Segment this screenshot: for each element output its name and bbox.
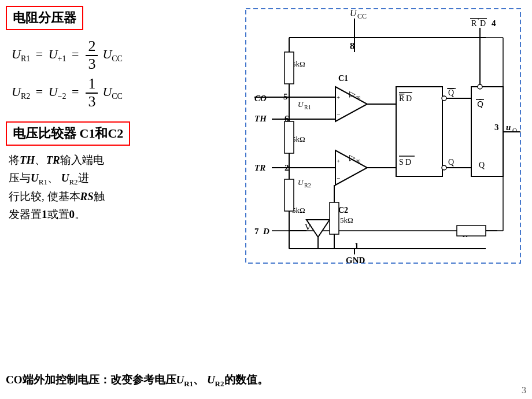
svg-text:TR: TR — [254, 163, 265, 172]
svg-text:C2: C2 — [338, 206, 348, 215]
svg-text:D: D — [406, 94, 412, 103]
svg-rect-45 — [285, 179, 294, 211]
svg-text:∞: ∞ — [356, 157, 361, 165]
svg-text:R: R — [471, 19, 477, 28]
svg-text:5kΩ: 5kΩ — [340, 216, 353, 224]
formula2-numerator: 1 — [86, 76, 98, 94]
circuit-diagram: U CC 8 5kΩ CO 5 U R1 TH 6 C1 + — [243, 6, 526, 272]
formula2-denominator: 3 — [86, 94, 98, 110]
svg-rect-105 — [330, 202, 339, 234]
formula1: UR1 = U+1 = 2 3 UCC — [12, 38, 226, 72]
left-panel: 电阻分压器 UR1 = U+1 = 2 3 UCC UR2 = U−2 = 1 … — [6, 6, 226, 223]
box1-label: 电阻分压器 — [6, 6, 83, 30]
svg-text:CO: CO — [254, 94, 267, 103]
svg-text:+: + — [337, 157, 340, 164]
svg-text:7: 7 — [254, 227, 259, 236]
formula2-lhs: UR2 = U−2 = — [12, 84, 81, 101]
svg-text:GND: GND — [346, 256, 365, 265]
svg-rect-80 — [457, 226, 486, 236]
svg-text:': ' — [478, 17, 479, 25]
svg-text:−: − — [337, 175, 340, 182]
formula1-lhs: UR1 = U+1 = — [12, 47, 81, 64]
svg-text:8: 8 — [350, 41, 354, 51]
svg-point-60 — [442, 165, 446, 170]
bottom-text: CO端外加控制电压：改变参考电压UR1、 UR2的数值。 — [6, 372, 268, 389]
svg-text:U: U — [298, 100, 304, 109]
formula2: UR2 = U−2 = 1 3 UCC — [12, 76, 226, 110]
svg-text:R: R — [399, 94, 405, 103]
formula2-fraction: 1 3 — [86, 76, 98, 110]
svg-rect-9 — [285, 52, 294, 84]
svg-text:O: O — [512, 127, 517, 134]
svg-text:D: D — [405, 158, 411, 167]
svg-text:TH: TH — [254, 114, 267, 123]
svg-point-74 — [478, 84, 482, 89]
formula1-denominator: 3 — [86, 56, 98, 73]
svg-text:▷: ▷ — [349, 90, 356, 98]
svg-text:Q: Q — [448, 88, 454, 97]
svg-text:3: 3 — [494, 123, 499, 132]
svg-text:∞: ∞ — [356, 93, 361, 101]
svg-text:u: u — [506, 123, 511, 132]
formula1-fraction: 2 3 — [86, 38, 98, 72]
svg-text:CC: CC — [357, 12, 367, 20]
formula1-rhs: UCC — [102, 47, 123, 64]
svg-text:▷: ▷ — [349, 153, 356, 162]
formula1-numerator: 2 — [86, 38, 98, 56]
svg-text:Q: Q — [448, 158, 454, 167]
svg-text:R1: R1 — [304, 104, 311, 110]
formula2-rhs: UCC — [102, 84, 123, 101]
svg-text:1: 1 — [354, 241, 359, 250]
svg-text:Q: Q — [479, 161, 485, 169]
description-text: 将TH、TR输入端电 压与UR1、 UR2进 行比较, 使基本RS触 发器置1或… — [9, 152, 226, 223]
svg-text:−: − — [337, 111, 340, 118]
box2-label: 电压比较器 C1和C2 — [6, 121, 130, 146]
svg-text:U: U — [298, 178, 304, 187]
circuit-svg: U CC 8 5kΩ CO 5 U R1 TH 6 C1 + — [243, 6, 526, 272]
svg-text:4: 4 — [492, 19, 496, 28]
svg-text:D: D — [263, 227, 269, 236]
svg-text:Q̄: Q̄ — [477, 99, 483, 109]
svg-text:C1: C1 — [338, 74, 348, 83]
svg-point-59 — [442, 96, 446, 101]
svg-rect-29 — [285, 121, 294, 153]
page-number: 3 — [522, 385, 526, 396]
svg-text:D: D — [480, 19, 486, 28]
svg-text:+: + — [337, 94, 340, 101]
svg-text:U: U — [350, 8, 357, 18]
svg-text:R2: R2 — [304, 182, 311, 189]
svg-text:S: S — [399, 158, 404, 167]
